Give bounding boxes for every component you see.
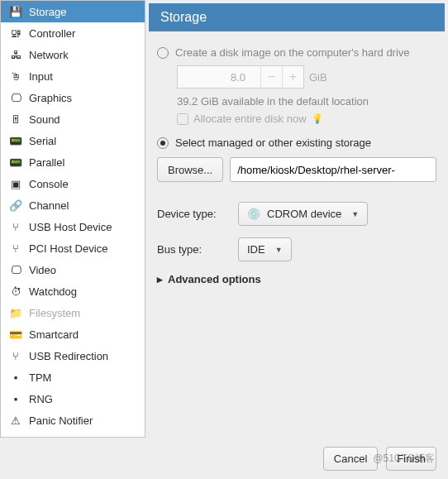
sidebar-item-filesystem[interactable]: 📁Filesystem [1, 302, 145, 323]
sidebar-item-label: RNG [29, 393, 53, 405]
watchdog-icon: ⏱ [9, 285, 22, 298]
radio-icon [157, 47, 169, 59]
storage-path-input[interactable] [230, 157, 436, 182]
cancel-button[interactable]: Cancel [323, 447, 378, 471]
parallel-icon: 📟 [9, 156, 22, 169]
dropdown-value: CDROM device [267, 208, 341, 220]
radio-checked-icon [157, 137, 169, 149]
chevron-down-icon: ▼ [351, 210, 359, 218]
sidebar-item-label: Panic Notifier [29, 414, 93, 427]
console-icon: ▣ [9, 177, 22, 190]
smartcard-icon: 💳 [9, 328, 22, 341]
panic-icon: ⚠ [9, 414, 22, 427]
controller-icon: 🖳 [9, 26, 22, 40]
advanced-label: Advanced options [168, 273, 261, 285]
radio-label: Create a disk image on the computer's ha… [175, 46, 410, 59]
sidebar-item-rng[interactable]: ▪RNG [1, 388, 145, 410]
finish-button[interactable]: Finish [386, 447, 436, 471]
hint-bulb-icon[interactable]: 💡 [312, 113, 323, 124]
graphics-icon: 🖵 [9, 91, 22, 104]
disk-size-row: 8.0 − + GiB [177, 65, 436, 89]
sidebar-item-network[interactable]: 🖧Network [1, 44, 145, 65]
sidebar-item-storage[interactable]: 💾Storage [1, 1, 145, 22]
main-panel: Storage Create a disk image on the compu… [145, 0, 448, 438]
tpm-icon: ▪ [9, 371, 22, 384]
serial-icon: 📟 [9, 134, 22, 147]
sidebar-item-label: Controller [29, 27, 75, 40]
bus-type-select[interactable]: IDE ▼ [238, 237, 292, 261]
device-type-label: Device type: [157, 208, 230, 220]
chevron-down-icon: ▼ [275, 246, 283, 254]
footer: Cancel Finish [323, 447, 436, 471]
sidebar-item-label: Input [29, 70, 53, 83]
sidebar-item-label: Filesystem [29, 307, 80, 319]
sidebar-item-sound[interactable]: 🎚Sound [1, 108, 145, 130]
page-title: Storage [149, 3, 445, 31]
bus-type-label: Bus type: [157, 243, 230, 256]
sidebar-item-label: Channel [29, 199, 69, 212]
sidebar-item-watchdog[interactable]: ⏱Watchdog [1, 280, 145, 302]
sidebar-item-console[interactable]: ▣Console [1, 173, 145, 194]
folder-icon: 📁 [9, 306, 22, 319]
video-icon: 🖵 [9, 263, 22, 276]
sidebar-item-label: USB Redirection [29, 350, 108, 362]
sidebar-item-controller[interactable]: 🖳Controller [1, 22, 145, 44]
sidebar-item-label: Graphics [29, 92, 72, 104]
sidebar-item-tpm[interactable]: ▪TPM [1, 366, 145, 388]
sidebar-item-label: Smartcard [29, 328, 79, 341]
network-icon: 🖧 [9, 48, 22, 61]
usb-icon: ⑂ [9, 220, 22, 233]
sound-icon: 🎚 [9, 113, 22, 126]
advanced-options-toggle[interactable]: ▸ Advanced options [157, 273, 436, 285]
size-unit: GiB [309, 71, 327, 84]
sidebar-item-parallel[interactable]: 📟Parallel [1, 151, 145, 173]
sidebar-item-input[interactable]: 🖰Input [1, 65, 145, 87]
chevron-right-icon: ▸ [157, 273, 163, 285]
step-down-icon[interactable]: − [260, 66, 282, 88]
usb-redir-icon: ⑂ [9, 349, 22, 362]
channel-icon: 🔗 [9, 199, 22, 212]
sidebar-item-label: TPM [29, 371, 51, 384]
sidebar-item-label: Network [29, 49, 69, 61]
sidebar-item-label: Watchdog [29, 285, 77, 298]
sidebar-item-label: PCI Host Device [29, 242, 107, 255]
dropdown-value: IDE [247, 243, 265, 256]
radio-label: Select managed or other existing storage [175, 137, 371, 149]
size-input[interactable]: 8.0 [178, 71, 260, 84]
sidebar-item-smartcard[interactable]: 💳Smartcard [1, 323, 145, 345]
available-text: 39.2 GiB available in the default locati… [177, 95, 436, 108]
sidebar-item-channel[interactable]: 🔗Channel [1, 194, 145, 216]
cdrom-icon: 💿 [247, 208, 260, 220]
sidebar-item-label: Serial [29, 135, 56, 147]
sidebar-item-serial[interactable]: 📟Serial [1, 130, 145, 151]
sidebar-item-video[interactable]: 🖵Video [1, 259, 145, 280]
sidebar-item-label: Sound [29, 113, 60, 126]
step-up-icon[interactable]: + [282, 66, 303, 88]
allocate-checkbox-row[interactable]: Allocate entire disk now 💡 [177, 113, 436, 125]
sidebar-item-label: Console [29, 178, 69, 190]
sidebar-item-label: Video [29, 264, 56, 276]
storage-icon: 💾 [9, 5, 22, 18]
input-icon: 🖰 [9, 69, 22, 83]
sidebar-item-usb-redir[interactable]: ⑂USB Redirection [1, 345, 145, 366]
radio-create-disk[interactable]: Create a disk image on the computer's ha… [157, 46, 436, 59]
sidebar-item-graphics[interactable]: 🖵Graphics [1, 87, 145, 108]
sidebar-item-label: Storage [29, 6, 67, 18]
checkbox-icon [177, 113, 188, 125]
checkbox-label: Allocate entire disk now [193, 113, 307, 125]
radio-select-storage[interactable]: Select managed or other existing storage [157, 137, 436, 149]
sidebar-item-label: USB Host Device [29, 221, 112, 233]
sidebar-item-pci-host[interactable]: ⑂PCI Host Device [1, 237, 145, 259]
sidebar: 💾Storage 🖳Controller 🖧Network 🖰Input 🖵Gr… [0, 0, 145, 438]
device-type-select[interactable]: 💿 CDROM device ▼ [238, 202, 368, 226]
browse-button[interactable]: Browse... [157, 157, 223, 182]
rng-icon: ▪ [9, 392, 22, 405]
sidebar-item-usb-host[interactable]: ⑂USB Host Device [1, 216, 145, 237]
pci-icon: ⑂ [9, 242, 22, 255]
sidebar-item-panic[interactable]: ⚠Panic Notifier [1, 410, 145, 431]
sidebar-item-label: Parallel [29, 156, 64, 169]
